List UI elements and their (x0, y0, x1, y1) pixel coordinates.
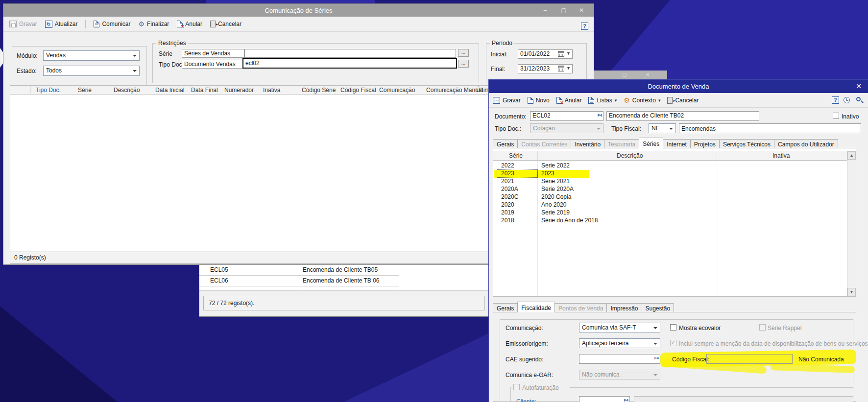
help-button[interactable]: ? (832, 96, 839, 104)
cliente-link-label[interactable]: Cliente: (516, 398, 536, 402)
emissor-select[interactable]: Aplicação terceira (579, 338, 660, 348)
column-header[interactable]: Código Fiscal (340, 87, 376, 94)
series-row-selected[interactable]: 2023 2023 (494, 170, 847, 178)
series-row[interactable]: 2020 Ano 2020 (494, 201, 847, 209)
date-dropdown-arrow[interactable]: ▼ (566, 66, 571, 71)
cancelar-button[interactable]: Cancelar (667, 97, 699, 104)
calendar-icon[interactable] (558, 51, 564, 57)
cae-input[interactable]: F4 (579, 354, 660, 364)
column-header[interactable]: Série (509, 152, 523, 159)
table-row[interactable]: ECL06 (210, 277, 228, 284)
scroll-down-button[interactable]: ▼ (847, 288, 856, 296)
f4-lookup-icon[interactable]: F4 (598, 113, 602, 118)
subtab-sugestao[interactable]: Sugestão (642, 303, 675, 312)
tab-internet[interactable]: Internet (663, 139, 691, 148)
estado-select[interactable]: Todos (43, 66, 140, 76)
tipodoc-select[interactable]: Cotação (530, 123, 603, 133)
series-row[interactable]: 2019 Serie 2019 (494, 209, 847, 217)
modulo-select[interactable]: Vendas (43, 50, 140, 61)
final-date-field[interactable]: 31/12/2023 ▼ (518, 64, 573, 73)
comunicacao-select[interactable]: Comunica via SAF-T (579, 323, 660, 332)
cliente-name-input[interactable] (634, 396, 853, 402)
cliente-code-input[interactable]: F4 (579, 396, 630, 402)
tipodoc-browse-button[interactable]: ... (458, 60, 469, 68)
subtab-pontos-venda[interactable]: Pontos de Venda (555, 303, 607, 312)
column-header[interactable]: Inativa (772, 152, 790, 159)
egar-select[interactable]: Não comunica (579, 370, 660, 379)
novo-button[interactable]: Novo (528, 97, 550, 104)
tab-tesouraria[interactable]: Tesouraria (604, 139, 639, 148)
subtab-fiscalidade[interactable]: Fiscalidade (517, 302, 555, 312)
tab-gerais[interactable]: Gerais (493, 139, 518, 148)
inicial-date-field[interactable]: 01/01/2022 ▼ (518, 49, 573, 59)
maximize-button[interactable]: ▢ (555, 4, 572, 17)
gravar-button[interactable]: Gravar (9, 21, 37, 27)
history-icon-button[interactable] (844, 97, 850, 103)
column-header[interactable]: Código Série (302, 87, 336, 94)
tab-servicos-tecnicos[interactable]: Serviços Técnicos (719, 139, 774, 148)
tab-contas-correntes[interactable]: Contas Correntes (517, 139, 571, 148)
documento-name-input[interactable]: Encomenda de Cliente TB02 (606, 111, 759, 121)
tab-series[interactable]: Séries (639, 138, 663, 148)
close-button[interactable]: ✕ (850, 80, 867, 93)
help-button[interactable]: ? (581, 23, 588, 30)
column-header[interactable]: Numerador (224, 87, 254, 94)
serie-browse-button[interactable]: ... (458, 49, 469, 57)
search-icon-button[interactable] (856, 97, 861, 101)
column-header[interactable]: Série (78, 87, 92, 94)
series-row[interactable]: 2020C 2020 Copia (494, 193, 847, 201)
listas-menu-button[interactable]: Listas ▾ (588, 97, 617, 104)
finalizar-button[interactable]: ⚙ Finalizar (138, 21, 169, 27)
tipodoc-type-field[interactable]: Documento Vendas (182, 60, 244, 69)
date-dropdown-arrow[interactable]: ▼ (566, 51, 571, 56)
gravar-button[interactable]: Gravar (493, 97, 521, 104)
comunicar-button[interactable]: Comunicar (94, 21, 130, 27)
minimize-button[interactable]: – (537, 4, 554, 17)
contexto-menu-button[interactable]: ⚙ Contexto ▾ (624, 97, 660, 104)
tipofiscal-select[interactable]: NE (649, 123, 676, 133)
column-header[interactable]: Descrição (114, 87, 140, 94)
window1-titlebar[interactable]: Comunicação de Séries (3, 4, 594, 17)
table-cell[interactable]: Encomenda de Cliente TB 06 (303, 277, 380, 284)
cancelar-button[interactable]: Cancelar (210, 21, 241, 27)
close-button[interactable]: ✕ (573, 4, 590, 17)
scroll-up-button[interactable]: ▲ (847, 151, 856, 160)
f4-lookup-icon[interactable]: F4 (624, 398, 628, 402)
tipodoc-value-field[interactable]: ecl02 (242, 58, 457, 69)
anular-button[interactable]: Anular (556, 97, 582, 104)
atualizar-button[interactable]: ↻ Atualizar (45, 21, 78, 28)
vertical-scrollbar[interactable]: ▲ ▼ (847, 151, 856, 296)
documento-code-input[interactable]: ECL02 F4 (530, 111, 603, 121)
column-header[interactable]: Descrição (617, 152, 643, 159)
mostra-ecovalor-checkbox[interactable] (670, 324, 676, 331)
serie-type-field[interactable]: Séries de Vendas (182, 49, 244, 58)
column-header[interactable]: Comunicação Manual (426, 87, 483, 94)
anular-button[interactable]: Anular (177, 21, 202, 27)
column-header[interactable]: Data Inicial (155, 87, 184, 94)
series-row[interactable]: 2021 Serie 2021 (494, 178, 847, 186)
serie-value-field[interactable] (244, 49, 456, 58)
calendar-icon[interactable] (558, 66, 564, 71)
codigo-fiscal-input[interactable] (706, 354, 793, 364)
tipofiscal-desc-input[interactable]: Encomendas (679, 123, 861, 133)
window2-titlebar[interactable]: Documento de Venda (489, 80, 868, 93)
series-row[interactable]: 2020A Serie 2020A (494, 186, 847, 193)
inativo-checkbox[interactable] (833, 113, 839, 119)
column-header[interactable]: Comunicação (379, 87, 415, 94)
column-header[interactable]: Inativa (263, 87, 280, 94)
serie-rappel-checkbox[interactable] (759, 324, 766, 331)
tab-campos-utilizador[interactable]: Campos do Utilizador (774, 139, 838, 148)
autofaturacao-checkbox[interactable] (513, 384, 520, 390)
inclui-mencao-checkbox[interactable] (670, 340, 676, 346)
column-header[interactable]: Tipo Doc. (36, 87, 61, 94)
series-row[interactable]: 2018 Série do Ano de 2018 (494, 217, 847, 225)
subtab-gerais[interactable]: Gerais (493, 303, 518, 312)
tab-projetos[interactable]: Projetos (690, 139, 720, 148)
series-row[interactable]: 2022 Serie 2022 (494, 162, 847, 170)
subtab-impressao[interactable]: Impressão (606, 303, 642, 312)
f4-lookup-icon[interactable]: F4 (654, 356, 659, 360)
table-row[interactable]: ECL05 (210, 266, 228, 273)
tab-inventario[interactable]: Inventário (571, 139, 604, 148)
column-header[interactable]: Data Final (191, 87, 218, 94)
table-cell[interactable]: Encomenda de Cliente TB05 (303, 266, 378, 273)
